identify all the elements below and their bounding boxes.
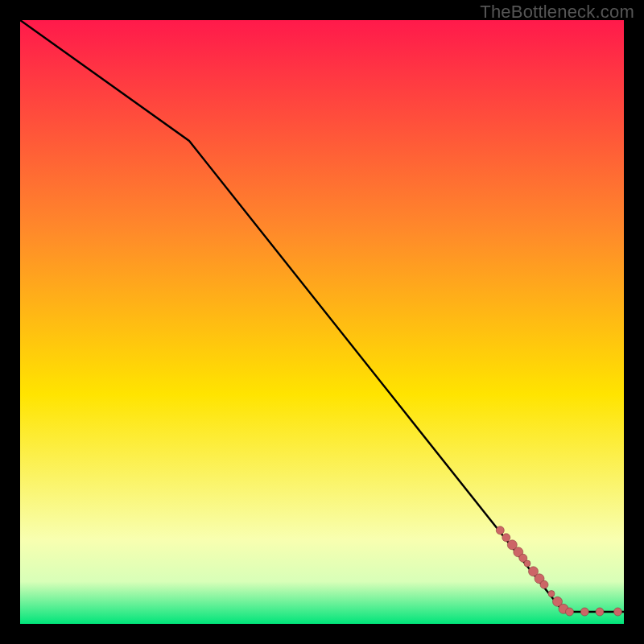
gradient-background (20, 20, 624, 624)
data-point (596, 608, 604, 616)
chart-stage: TheBottleneck.com (0, 0, 644, 644)
data-point (496, 526, 504, 535)
data-point (540, 580, 548, 588)
chart-svg (20, 20, 624, 624)
data-point (548, 591, 555, 597)
data-point (614, 608, 622, 616)
data-point (566, 608, 574, 616)
data-point (524, 560, 530, 567)
data-point (502, 534, 510, 542)
data-point (580, 608, 588, 616)
chart-plot-area (20, 20, 624, 624)
